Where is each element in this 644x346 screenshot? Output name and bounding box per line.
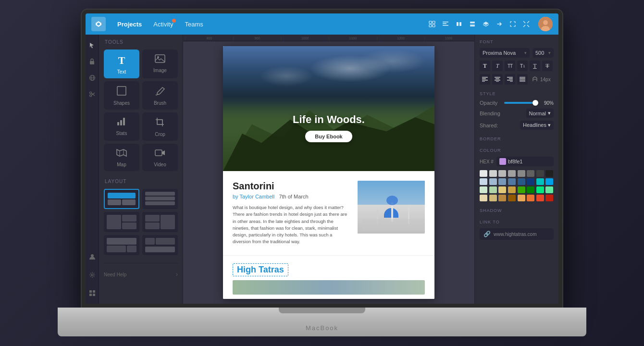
blending-select[interactable]: Normal ▾ [526, 109, 554, 118]
tool-image[interactable]: Image [142, 49, 178, 78]
icon-forward[interactable] [494, 19, 505, 29]
opacity-slider[interactable] [504, 102, 537, 104]
sidebar-icon-pointer[interactable] [87, 40, 97, 50]
icon-align-left[interactable] [440, 19, 451, 29]
font-sub-btn[interactable]: T1 [517, 61, 528, 71]
tool-text[interactable]: T Text [104, 49, 139, 78]
link-input-row[interactable]: 🔗 www.hightatras.com [480, 228, 554, 240]
article-image [358, 181, 425, 234]
font-weight-select[interactable]: 500 ▾ [533, 48, 554, 58]
nav-logo[interactable] [91, 17, 106, 31]
hero-button[interactable]: Buy Ebook [305, 131, 352, 142]
align-left-btn[interactable] [480, 74, 490, 85]
nav-activity[interactable]: Activity [149, 19, 177, 30]
swatch-blue-5[interactable] [518, 178, 525, 185]
swatch-brown-4[interactable] [508, 195, 516, 201]
swatch-blue-6[interactable] [527, 178, 534, 185]
help-arrow[interactable]: › [176, 271, 178, 278]
link-section: LINK TO 🔗 www.hightatras.com [480, 220, 554, 240]
swatch-gray-7[interactable] [536, 170, 544, 177]
swatch-gray-1[interactable] [480, 170, 487, 177]
layout-item-2[interactable] [142, 189, 178, 209]
icon-align-vertical[interactable] [467, 19, 478, 29]
swatch-green-bright[interactable] [536, 186, 544, 193]
nav-projects[interactable]: Projects [113, 19, 146, 30]
layout-item-1[interactable] [104, 189, 139, 209]
tool-map[interactable]: Map [104, 144, 139, 171]
swatch-green-1[interactable] [480, 186, 487, 193]
sidebar-icon-profile[interactable] [87, 252, 97, 261]
font-family-row: Proxima Nova ▾ 500 ▾ [480, 48, 554, 58]
icon-distribute[interactable] [454, 19, 464, 29]
tool-stats[interactable]: Stats [104, 112, 139, 141]
swatch-gray-2[interactable] [489, 170, 497, 177]
link-url-text: www.hightatras.com [494, 232, 536, 237]
nav-avatar[interactable] [538, 17, 553, 31]
icon-layers[interactable] [481, 19, 491, 29]
swatch-brown-1[interactable] [480, 195, 487, 201]
tool-video[interactable]: Video [142, 144, 178, 171]
swatch-yellow-1[interactable] [498, 186, 506, 193]
swatch-gray-4[interactable] [508, 170, 516, 177]
swatch-blue-3[interactable] [498, 178, 506, 185]
tool-image-label: Image [153, 68, 167, 73]
swatch-red-1[interactable] [536, 195, 544, 201]
swatch-gray-6[interactable] [527, 170, 534, 177]
font-family-select[interactable]: Proxima Nova ▾ [480, 48, 530, 58]
swatch-brown-3[interactable] [498, 195, 506, 201]
swatch-gray-3[interactable] [498, 170, 506, 177]
webpage-preview[interactable]: Life in Woods. Buy Ebook Santorini by [223, 46, 434, 299]
sidebar-icon-lock[interactable] [87, 57, 97, 66]
font-caps-btn[interactable]: TT [505, 61, 515, 71]
swatch-green-light[interactable] [545, 186, 553, 193]
font-strikethrough-btn[interactable]: T [542, 61, 553, 71]
svg-rect-57 [507, 80, 513, 81]
layout-item-4[interactable] [142, 212, 178, 232]
tool-crop[interactable]: Crop [142, 112, 178, 141]
laptop-screen: Projects Activity Teams [82, 10, 562, 308]
swatch-blue-2[interactable] [489, 178, 497, 185]
swatch-blue-1[interactable] [480, 178, 487, 185]
swatch-blue-4[interactable] [508, 178, 516, 185]
border-section: BORDER [480, 136, 554, 141]
swatch-teal-1[interactable] [536, 178, 544, 185]
shared-value[interactable]: Headlines ▾ [520, 121, 554, 130]
swatch-green-4[interactable] [527, 186, 534, 193]
swatch-yellow-2[interactable] [508, 186, 516, 193]
nav-teams[interactable]: Teams [181, 19, 207, 30]
swatch-gray-5[interactable] [518, 170, 525, 177]
opacity-thumb[interactable] [533, 100, 538, 106]
swatch-green-3[interactable] [518, 186, 525, 193]
swatch-green-2[interactable] [489, 186, 497, 193]
swatch-red-2[interactable] [545, 195, 553, 201]
sidebar-icon-settings[interactable] [87, 270, 97, 280]
swatch-brown-2[interactable] [489, 195, 497, 201]
font-italic-btn[interactable]: T [492, 61, 503, 71]
layout-item-3[interactable] [104, 212, 139, 232]
icon-expand[interactable] [521, 19, 532, 29]
layout-item-6[interactable] [142, 235, 178, 255]
layout-item-5[interactable] [104, 235, 139, 255]
sidebar-icon-grid[interactable] [87, 288, 97, 298]
icon-fullscreen[interactable] [508, 19, 518, 29]
align-justify-btn[interactable] [517, 74, 528, 85]
swatch-orange-2[interactable] [527, 195, 534, 201]
align-right-btn[interactable] [505, 74, 515, 85]
hex-input[interactable]: bf8fe1 [496, 157, 554, 166]
tool-brush[interactable]: Brush [142, 81, 178, 110]
align-center-btn[interactable] [492, 74, 503, 85]
swatch-teal-2[interactable] [545, 178, 553, 185]
top-nav: Projects Activity Teams [86, 13, 558, 35]
shared-arrow: ▾ [548, 122, 551, 128]
sidebar-icon-scissors[interactable] [87, 89, 97, 99]
icon-grid[interactable] [427, 19, 437, 29]
swatch-gray-8[interactable] [545, 170, 553, 177]
canvas-inner[interactable]: Life in Woods. Buy Ebook Santorini by [183, 41, 474, 304]
tool-shapes[interactable]: Shapes [104, 81, 139, 110]
section-title-selected[interactable]: High Tatras [233, 263, 288, 276]
font-bold-btn[interactable]: T [480, 61, 490, 71]
opacity-value: 90% [540, 100, 554, 106]
swatch-orange-1[interactable] [518, 195, 525, 201]
sidebar-icon-globe[interactable] [87, 73, 97, 83]
font-underline-btn[interactable]: T [530, 61, 540, 71]
